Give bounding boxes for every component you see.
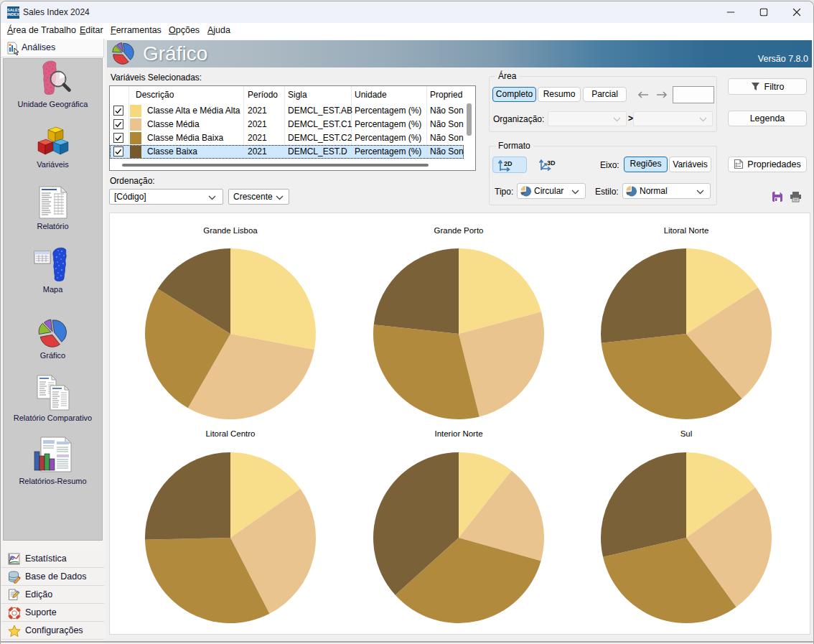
svg-text:2D: 2D xyxy=(504,160,513,167)
svg-text:3D: 3D xyxy=(547,159,556,167)
